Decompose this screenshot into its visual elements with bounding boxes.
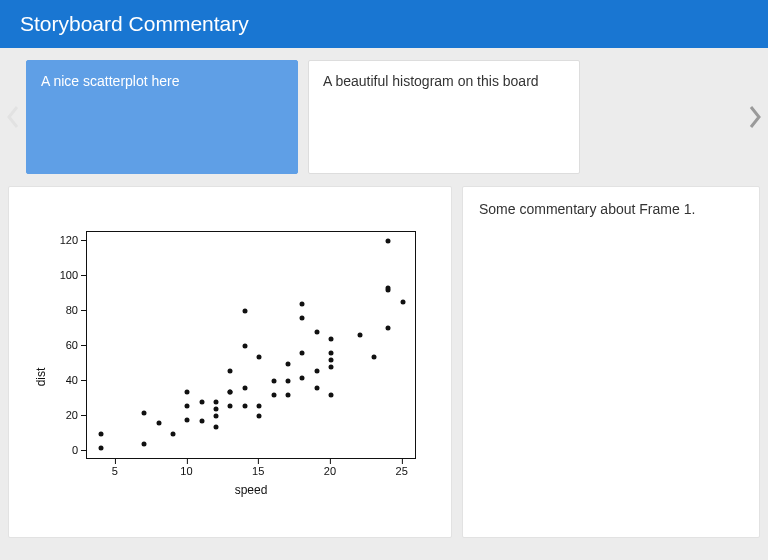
storyboard-card-label: A beautiful histogram on this board xyxy=(323,73,539,89)
y-tick: 120 xyxy=(48,234,78,246)
storyboard-card-2[interactable]: A beautiful histogram on this board xyxy=(308,60,580,174)
data-point xyxy=(242,403,247,408)
x-axis-label: speed xyxy=(86,483,416,497)
data-point xyxy=(371,354,376,359)
data-point xyxy=(99,431,104,436)
data-point xyxy=(386,326,391,331)
y-tick: 40 xyxy=(48,374,78,386)
data-point xyxy=(314,368,319,373)
data-point xyxy=(357,333,362,338)
storyboard-card-1[interactable]: A nice scatterplot here xyxy=(26,60,298,174)
scatterplot: dist 020406080100120 510152025 speed xyxy=(20,227,440,527)
storyboard-card-label: A nice scatterplot here xyxy=(41,73,180,89)
data-point xyxy=(214,414,219,419)
x-tick: 15 xyxy=(252,465,264,477)
data-point xyxy=(328,351,333,356)
x-tick: 5 xyxy=(112,465,118,477)
data-point xyxy=(386,286,391,291)
chart-panel: dist 020406080100120 510152025 speed xyxy=(8,186,452,538)
chevron-left-icon xyxy=(6,105,20,129)
data-point xyxy=(156,421,161,426)
y-tick: 100 xyxy=(48,269,78,281)
data-point xyxy=(300,351,305,356)
data-point xyxy=(228,403,233,408)
storyboard-nav: A nice scatterplot here A beautiful hist… xyxy=(0,48,768,186)
data-point xyxy=(228,389,233,394)
data-point xyxy=(271,379,276,384)
data-point xyxy=(328,358,333,363)
x-tick: 20 xyxy=(324,465,336,477)
data-point xyxy=(242,308,247,313)
data-point xyxy=(285,393,290,398)
x-tick: 10 xyxy=(180,465,192,477)
data-point xyxy=(214,407,219,412)
data-point xyxy=(257,414,262,419)
data-point xyxy=(328,393,333,398)
data-point xyxy=(271,393,276,398)
data-point xyxy=(328,365,333,370)
commentary-panel: Some commentary about Frame 1. xyxy=(462,186,760,538)
data-point xyxy=(257,354,262,359)
y-tick: 0 xyxy=(48,444,78,456)
data-point xyxy=(300,375,305,380)
data-point xyxy=(386,238,391,243)
data-point xyxy=(185,417,190,422)
data-point xyxy=(199,400,204,405)
data-point xyxy=(314,329,319,334)
data-point xyxy=(285,361,290,366)
page-title-text: Storyboard Commentary xyxy=(20,12,249,35)
commentary-text: Some commentary about Frame 1. xyxy=(479,201,695,217)
content-row: dist 020406080100120 510152025 speed Som… xyxy=(0,186,768,546)
data-point xyxy=(214,424,219,429)
nav-next-button[interactable] xyxy=(744,97,766,137)
nav-prev-button[interactable] xyxy=(2,97,24,137)
data-point xyxy=(228,368,233,373)
data-point xyxy=(300,315,305,320)
data-point xyxy=(257,403,262,408)
data-point xyxy=(214,400,219,405)
data-point xyxy=(171,431,176,436)
data-point xyxy=(400,300,405,305)
data-point xyxy=(99,445,104,450)
y-tick: 20 xyxy=(48,409,78,421)
data-point xyxy=(185,403,190,408)
page-title: Storyboard Commentary xyxy=(0,0,768,48)
data-point xyxy=(328,336,333,341)
chevron-right-icon xyxy=(748,105,762,129)
data-point xyxy=(185,389,190,394)
data-point xyxy=(142,442,147,447)
data-point xyxy=(242,386,247,391)
data-point xyxy=(314,386,319,391)
data-point xyxy=(199,419,204,424)
y-tick: 60 xyxy=(48,339,78,351)
x-tick: 25 xyxy=(396,465,408,477)
data-point xyxy=(142,410,147,415)
data-point xyxy=(242,344,247,349)
y-axis-ticks: 020406080100120 xyxy=(20,231,86,459)
data-point xyxy=(285,379,290,384)
plot-area xyxy=(86,231,416,459)
data-point xyxy=(300,301,305,306)
y-tick: 80 xyxy=(48,304,78,316)
